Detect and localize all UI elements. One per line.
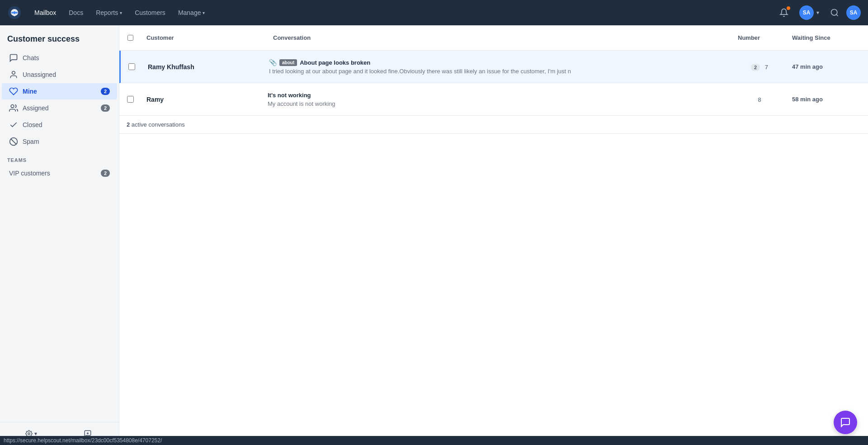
conversation-tag: about xyxy=(279,59,297,66)
conversation-number: 8 xyxy=(758,96,761,103)
conversation-cell: 📎 about About page looks broken I tried … xyxy=(269,53,732,80)
header-customer: Customer xyxy=(141,34,268,41)
assigned-count: 2 xyxy=(101,104,110,112)
app-logo[interactable] xyxy=(7,5,22,20)
search-icon xyxy=(830,8,839,17)
customer-cell: Ramy xyxy=(141,90,268,109)
chat-bubble-icon xyxy=(840,417,851,428)
conversations-table: Customer Conversation Number Waiting Sin… xyxy=(119,25,868,445)
sidebar-item-label: Unassigned xyxy=(23,71,110,78)
svg-point-5 xyxy=(12,71,15,75)
sidebar-item-label: Mine xyxy=(23,88,101,95)
top-nav: Mailbox Docs Reports ▾ Customers Manage … xyxy=(0,0,868,25)
select-all-checkbox[interactable] xyxy=(127,35,133,41)
notification-badge xyxy=(787,6,790,10)
sidebar-item-label: Chats xyxy=(23,54,110,62)
header-checkbox-col xyxy=(119,35,141,41)
row-1-checkbox[interactable] xyxy=(128,63,135,70)
conversation-preview: My account is not working xyxy=(268,100,584,107)
nav-reports[interactable]: Reports ▾ xyxy=(90,6,127,19)
conversation-subject: About page looks broken xyxy=(300,59,370,66)
row-checkbox-col xyxy=(121,63,142,70)
sidebar-item-assigned[interactable]: Assigned 2 xyxy=(2,100,117,116)
svg-line-8 xyxy=(11,139,16,144)
search-button[interactable] xyxy=(826,5,843,21)
sidebar-item-spam[interactable]: Spam xyxy=(2,133,117,150)
vip-label: VIP customers xyxy=(9,170,101,177)
conversation-number: 7 xyxy=(765,64,768,71)
svg-point-6 xyxy=(11,105,14,108)
mine-icon xyxy=(9,87,18,96)
reply-count-badge: 2 xyxy=(751,64,760,71)
sidebar-item-label: Spam xyxy=(23,138,110,145)
table-header: Customer Conversation Number Waiting Sin… xyxy=(119,25,868,51)
nav-customers[interactable]: Customers xyxy=(129,6,171,19)
sidebar-item-chats[interactable]: Chats xyxy=(2,50,117,66)
nav-manage[interactable]: Manage ▾ xyxy=(173,6,211,19)
svg-point-2 xyxy=(11,12,13,14)
mine-count: 2 xyxy=(101,88,110,95)
conversation-cell: It's not working My account is not worki… xyxy=(268,86,732,113)
conversation-preview: I tried looking at our about page and it… xyxy=(269,68,585,75)
sidebar-header: Customer success xyxy=(0,25,119,49)
sidebar-nav: Chats Unassigned Mine xyxy=(0,49,119,422)
sidebar: Customer success Chats xyxy=(0,25,119,445)
sidebar-item-unassigned[interactable]: Unassigned xyxy=(2,66,117,83)
notifications-button[interactable] xyxy=(776,5,792,21)
conversation-subject: It's not working xyxy=(268,92,311,99)
content-area: Customer Conversation Number Waiting Sin… xyxy=(119,25,868,445)
active-count-number: 2 xyxy=(127,121,130,128)
agent-menu[interactable]: SA ▾ xyxy=(796,4,823,22)
nav-links: Mailbox Docs Reports ▾ Customers Manage … xyxy=(29,6,776,19)
svg-point-9 xyxy=(28,433,30,435)
unassigned-icon xyxy=(9,70,18,79)
avatar: SA xyxy=(799,5,814,20)
table-row[interactable]: Ramy Khuffash 📎 about About page looks b… xyxy=(119,51,868,83)
closed-icon xyxy=(9,120,18,129)
header-number: Number xyxy=(732,34,787,41)
row-checkbox-col xyxy=(119,96,141,103)
manage-chevron: ▾ xyxy=(203,10,205,15)
vip-count: 2 xyxy=(101,170,110,177)
teams-section-label: TEAMS xyxy=(0,150,119,166)
main-layout: Customer success Chats xyxy=(0,25,868,445)
number-cell: 8 xyxy=(732,90,787,109)
svg-point-1 xyxy=(13,11,16,14)
number-cell: 2 7 xyxy=(732,57,787,76)
nav-mailbox[interactable]: Mailbox xyxy=(29,6,61,19)
waiting-since-cell: 47 min ago xyxy=(787,58,868,76)
customer-cell: Ramy Khuffash xyxy=(142,58,269,76)
svg-point-4 xyxy=(831,9,837,15)
reports-chevron: ▾ xyxy=(120,10,122,15)
svg-point-3 xyxy=(16,12,18,14)
status-url: https://secure.helpscout.net/mailbox/23d… xyxy=(4,437,162,444)
sidebar-item-vip-customers[interactable]: VIP customers 2 xyxy=(2,166,117,180)
user-avatar[interactable]: SA xyxy=(846,5,861,20)
spam-icon xyxy=(9,137,18,146)
sidebar-item-mine[interactable]: Mine 2 xyxy=(2,83,117,99)
customer-name: Ramy Khuffash xyxy=(148,63,264,71)
nav-docs[interactable]: Docs xyxy=(63,6,89,19)
subject-line: It's not working xyxy=(268,92,727,99)
subject-line: 📎 about About page looks broken xyxy=(269,59,727,66)
status-bar: https://secure.helpscout.net/mailbox/23d… xyxy=(0,436,868,445)
chat-bubble[interactable] xyxy=(834,411,857,434)
header-conversation: Conversation xyxy=(268,34,732,41)
sidebar-item-label: Closed xyxy=(23,121,110,128)
table-row[interactable]: Ramy It's not working My account is not … xyxy=(119,83,868,116)
nav-right: SA ▾ SA xyxy=(776,4,861,22)
row-2-checkbox[interactable] xyxy=(127,96,134,103)
assigned-icon xyxy=(9,104,18,113)
active-count-bar: 2 active conversations xyxy=(119,116,868,134)
waiting-since-cell: 58 min ago xyxy=(787,90,868,108)
header-waiting-since: Waiting Since xyxy=(787,34,868,41)
chat-icon xyxy=(9,53,18,62)
sidebar-item-label: Assigned xyxy=(23,104,101,112)
agent-chevron: ▾ xyxy=(816,9,819,16)
attachment-icon: 📎 xyxy=(269,59,277,66)
customer-name: Ramy xyxy=(146,96,262,103)
sidebar-item-closed[interactable]: Closed xyxy=(2,117,117,133)
